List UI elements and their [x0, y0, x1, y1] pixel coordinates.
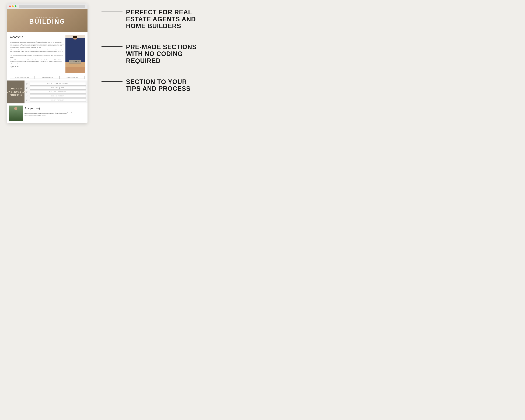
process-section: THE NEW CONSTRUCTION PROCESS 1/ SITE & D… [7, 81, 87, 103]
ask-image [9, 105, 23, 121]
step-label-2[interactable]: BUILDING QUOTE [30, 86, 86, 90]
feature-line-2 [102, 46, 122, 47]
process-step-2: 2/ BUILDING QUOTE [26, 86, 86, 90]
browser-chrome [7, 3, 87, 9]
ask-body: For most people, building a custom house… [25, 111, 86, 114]
feature-text-3: SECTION TO YOUR TIPS AND PROCESS [126, 78, 203, 92]
welcome-body-2: Building your new home is an exciting an… [10, 49, 64, 54]
welcome-body-3: If you have realistic expectations for w… [10, 55, 64, 58]
right-panel: PERFECT FOR REAL ESTATE AGENTS AND HOME … [91, 3, 206, 96]
step-number-5: 5/ [26, 99, 29, 101]
feature-item-1: PERFECT FOR REAL ESTATE AGENTS AND HOME … [102, 9, 203, 29]
ask-section: QUESTIONS TO Ask yourself For most peopl… [7, 103, 87, 123]
person-hair [73, 36, 77, 38]
welcome-body-1: You've been searching for the 'perfect' … [10, 40, 64, 48]
step-number-2: 2/ [26, 87, 29, 89]
process-step-4: 4/ BUILD & INSPECT [26, 94, 86, 98]
ask-person-head [14, 107, 17, 110]
feature-line-3 [102, 81, 122, 82]
welcome-heading: welcome [10, 35, 64, 39]
action-buttons-row: SCHEDULE AN APPOINTMENT VIEW AVAILABLE L… [7, 76, 87, 81]
step-label-4[interactable]: BUILD & INSPECT [30, 94, 86, 98]
step-label-1[interactable]: SITE & DESIGN SELECTIONS [30, 82, 86, 85]
step-number-4: 4/ [26, 95, 29, 97]
feature-item-3: SECTION TO YOUR TIPS AND PROCESS [102, 78, 203, 92]
ask-heading: Ask yourself [25, 107, 86, 110]
step-label-5[interactable]: ENJOY FOREVER [30, 98, 86, 102]
feature-heading-1: PERFECT FOR REAL ESTATE AGENTS AND HOME … [126, 9, 203, 29]
feature-item-2: PRE-MADE SECTIONS WITH NO CODING REQUIRE… [102, 44, 203, 64]
welcome-text: welcome You've been searching for the 'p… [10, 35, 64, 73]
process-title: THE NEW CONSTRUCTION PROCESS [7, 87, 27, 97]
browser-window: NEW CONSTRUCTION BUILDING welcome You've… [7, 3, 87, 123]
left-panel: NEW CONSTRUCTION BUILDING welcome You've… [3, 3, 91, 123]
ask-text: QUESTIONS TO Ask yourself For most peopl… [25, 105, 86, 121]
dot-yellow[interactable] [12, 5, 14, 7]
person-figure: CONTACT ME [66, 35, 85, 73]
hero-title: BUILDING [29, 18, 65, 25]
feature-line-1 [102, 11, 122, 12]
signature: signature [10, 65, 64, 68]
feature-text-2: PRE-MADE SECTIONS WITH NO CODING REQUIRE… [126, 44, 203, 64]
dot-red[interactable] [9, 5, 11, 7]
process-left: THE NEW CONSTRUCTION PROCESS [7, 81, 25, 103]
address-bar [19, 5, 85, 8]
view-lots-button[interactable]: VIEW AVAILABLE LOTS [35, 76, 60, 79]
welcome-body-4: Like I said above, you might never be fu… [10, 59, 64, 64]
contact-me-button[interactable]: CONTACT ME [69, 60, 81, 64]
process-step-3: 3/ FINALIZE & CONTRACT [26, 90, 86, 94]
dot-green[interactable] [15, 5, 17, 7]
view-floorplans-button[interactable]: VIEW ALL FLOORPLANS [60, 76, 85, 79]
ask-body-2: If you're thinking about building your c… [25, 114, 86, 116]
welcome-section: welcome You've been searching for the 'p… [7, 32, 87, 76]
process-steps: 1/ SITE & DESIGN SELECTIONS 2/ BUILDING … [25, 81, 87, 103]
step-number-1: 1/ [26, 83, 29, 85]
hero-section: NEW CONSTRUCTION BUILDING [7, 9, 87, 32]
step-label-3[interactable]: FINALIZE & CONTRACT [30, 90, 86, 94]
process-step-5: 5/ ENJOY FOREVER [26, 98, 86, 102]
step-number-3: 3/ [26, 91, 29, 93]
hero-bg: NEW CONSTRUCTION BUILDING [7, 9, 87, 32]
welcome-image-container: CONTACT ME [66, 35, 85, 73]
feature-text-1: PERFECT FOR REAL ESTATE AGENTS AND HOME … [126, 9, 203, 29]
process-step-1: 1/ SITE & DESIGN SELECTIONS [26, 82, 86, 85]
hero-text-container: NEW CONSTRUCTION BUILDING [29, 17, 65, 25]
feature-heading-3: SECTION TO YOUR TIPS AND PROCESS [126, 78, 203, 92]
ask-person-figure [9, 105, 23, 121]
schedule-appointment-button[interactable]: SCHEDULE AN APPOINTMENT [10, 76, 35, 79]
person-silhouette [66, 35, 85, 73]
feature-heading-2: PRE-MADE SECTIONS WITH NO CODING REQUIRE… [126, 44, 203, 64]
